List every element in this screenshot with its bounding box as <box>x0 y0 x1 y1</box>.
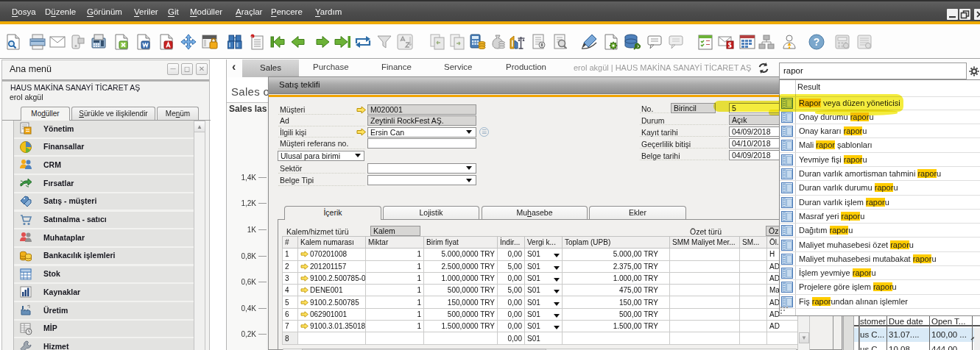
svg-text:?: ? <box>814 36 820 48</box>
